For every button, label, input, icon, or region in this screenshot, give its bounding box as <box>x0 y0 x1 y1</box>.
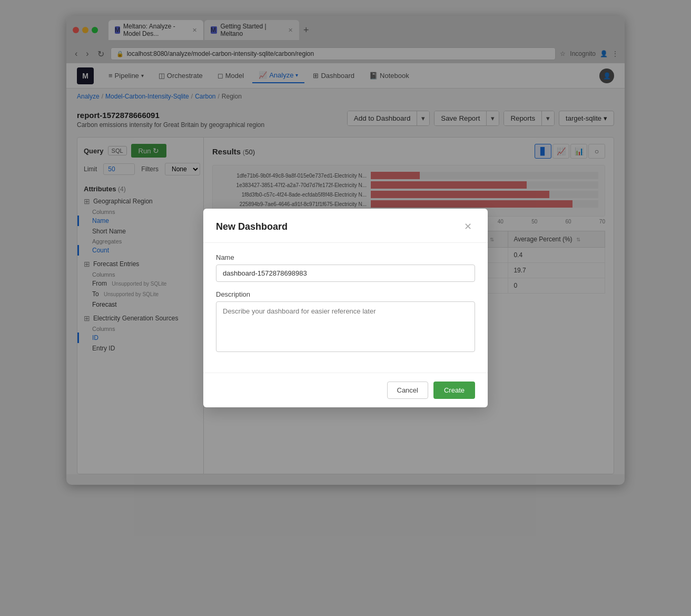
name-label: Name <box>216 253 475 261</box>
modal-body: Name Description <box>203 243 488 373</box>
dashboard-name-input[interactable] <box>216 265 475 282</box>
dashboard-description-textarea[interactable] <box>216 301 475 352</box>
cancel-button[interactable]: Cancel <box>387 382 428 399</box>
modal-title: New Dashboard <box>216 221 288 232</box>
create-button[interactable]: Create <box>433 382 475 399</box>
modal-overlay[interactable]: New Dashboard ✕ Name Description Cancel … <box>0 0 691 501</box>
name-form-group: Name <box>216 253 475 282</box>
description-form-group: Description <box>216 290 475 354</box>
modal-header: New Dashboard ✕ <box>203 209 488 243</box>
modal-close-button[interactable]: ✕ <box>460 219 475 234</box>
new-dashboard-modal: New Dashboard ✕ Name Description Cancel … <box>203 209 488 407</box>
modal-footer: Cancel Create <box>203 373 488 407</box>
description-label: Description <box>216 290 475 298</box>
